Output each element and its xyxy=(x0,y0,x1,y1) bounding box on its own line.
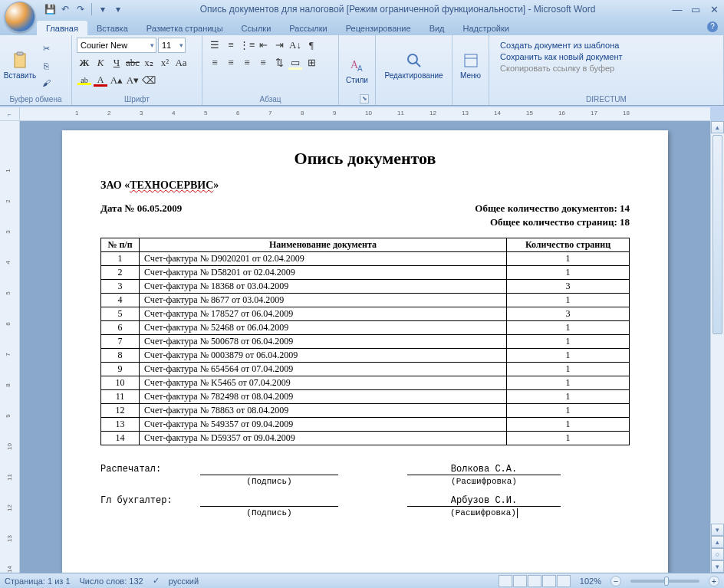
shrink-font-button[interactable]: A▾ xyxy=(125,73,140,88)
horizontal-ruler[interactable]: 123456789101112131415161718 xyxy=(20,107,710,121)
vertical-ruler[interactable]: 1234567891011121314 xyxy=(0,121,20,573)
align-center-button[interactable]: ≡ xyxy=(223,55,239,71)
scroll-down-button[interactable]: ▾ xyxy=(711,524,724,536)
styles-dialog-launcher[interactable]: ⬊ xyxy=(360,94,369,103)
underline-button[interactable]: Ч xyxy=(109,55,124,71)
redo-icon[interactable]: ↷ xyxy=(74,2,87,16)
sort-button[interactable]: A↓ xyxy=(288,38,303,53)
save-icon[interactable]: 💾 xyxy=(43,2,57,16)
table-row: 5Счет-фактура № 178527 от 06.04.20093 xyxy=(101,307,630,321)
superscript-button[interactable]: x² xyxy=(157,55,173,71)
tab-review[interactable]: Рецензирование xyxy=(337,21,420,35)
justify-button[interactable]: ≡ xyxy=(255,55,271,71)
table-row: 10Счет-фактура № K5465 от 07.04.20091 xyxy=(101,376,630,390)
document-page[interactable]: Опись документов ЗАО «ТЕХНОСЕРВИС» Дата … xyxy=(62,130,668,573)
zoom-thumb[interactable] xyxy=(664,577,669,586)
vertical-scrollbar[interactable]: ▴ ▾ ▴ ○ ▾ xyxy=(710,121,724,573)
svg-rect-0 xyxy=(15,54,25,67)
indent-increase-button[interactable]: ⇥ xyxy=(272,38,287,53)
strike-button[interactable]: abc xyxy=(125,55,140,71)
directum-create-from-template[interactable]: Создать документ из шаблона xyxy=(500,41,623,50)
undo-icon[interactable]: ↶ xyxy=(58,2,72,16)
scroll-up-button[interactable]: ▴ xyxy=(711,121,724,133)
tab-home[interactable]: Главная xyxy=(37,21,87,35)
maximize-button[interactable]: ▭ xyxy=(689,2,703,16)
tab-addins[interactable]: Надстройки xyxy=(454,21,518,35)
menu-button[interactable]: Меню xyxy=(457,38,484,94)
styles-button[interactable]: AAСтили xyxy=(344,38,370,102)
table-row: 9Счет-фактура № 654564 от 07.04.20091 xyxy=(101,363,630,376)
status-page[interactable]: Страница: 1 из 1 xyxy=(5,577,71,586)
browse-object-button[interactable]: ○ xyxy=(711,548,724,560)
bold-button[interactable]: Ж xyxy=(77,55,92,71)
multilevel-button[interactable]: ⋮≡ xyxy=(239,38,255,53)
line-spacing-button[interactable]: ⇅ xyxy=(272,55,287,71)
office-button[interactable] xyxy=(5,2,35,32)
tab-view[interactable]: Вид xyxy=(420,21,454,35)
tab-references[interactable]: Ссылки xyxy=(232,21,281,35)
tab-insert[interactable]: Вставка xyxy=(87,21,137,35)
close-button[interactable]: ✕ xyxy=(707,2,721,16)
view-outline[interactable] xyxy=(542,575,556,587)
help-icon[interactable]: ? xyxy=(707,21,718,32)
view-web-layout[interactable] xyxy=(528,575,541,587)
scroll-thumb[interactable] xyxy=(712,135,722,334)
format-painter-icon[interactable]: 🖌 xyxy=(38,75,54,90)
zoom-in-button[interactable]: + xyxy=(709,576,719,586)
tab-page-layout[interactable]: Разметка страницы xyxy=(137,21,232,35)
borders-button[interactable]: ⊞ xyxy=(304,55,319,71)
align-left-button[interactable]: ≡ xyxy=(207,55,222,71)
next-page-button[interactable]: ▾ xyxy=(711,560,724,573)
change-case-button[interactable]: Aa xyxy=(173,55,189,71)
view-print-layout[interactable] xyxy=(499,575,512,587)
cut-icon[interactable]: ✂ xyxy=(38,41,54,57)
font-size-combo[interactable]: 11 xyxy=(158,38,186,53)
highlight-button[interactable]: ab xyxy=(77,73,92,88)
font-color-button[interactable]: A xyxy=(93,73,108,88)
minimize-button[interactable]: — xyxy=(670,2,684,16)
table-row: 2Счет-фактура № D58201 от 02.04.20091 xyxy=(101,266,630,280)
editing-button[interactable]: Редактирование xyxy=(380,38,447,94)
qat-divider xyxy=(91,3,92,15)
person1-name: Волкова С.А. xyxy=(407,464,561,475)
copy-icon[interactable]: ⎘ xyxy=(38,58,54,74)
directum-copy-link[interactable]: Скопировать ссылку в буфер xyxy=(500,64,623,73)
svg-rect-6 xyxy=(465,54,477,67)
prev-page-button[interactable]: ▴ xyxy=(711,536,724,548)
italic-button[interactable]: К xyxy=(93,55,108,71)
svg-rect-1 xyxy=(17,52,23,55)
group-clipboard-label: Буфер обмена xyxy=(5,94,67,103)
ribbon-tabs: Главная Вставка Разметка страницы Ссылки… xyxy=(0,18,724,35)
font-name-combo[interactable]: Courier New xyxy=(77,38,156,53)
numbering-button[interactable]: ≡ xyxy=(223,38,239,53)
document-viewport[interactable]: Опись документов ЗАО «ТЕХНОСЕРВИС» Дата … xyxy=(20,121,710,573)
zoom-level[interactable]: 102% xyxy=(580,577,601,586)
qat-custom-2[interactable]: ▾ xyxy=(111,2,125,16)
clear-format-button[interactable]: ⌫ xyxy=(141,73,156,88)
grow-font-button[interactable]: A▴ xyxy=(109,73,124,88)
tab-mailings[interactable]: Рассылки xyxy=(280,21,336,35)
documents-table: № п/п Наименование документа Количество … xyxy=(100,238,630,445)
status-words[interactable]: Число слов: 132 xyxy=(80,577,143,586)
status-language[interactable]: русский xyxy=(169,577,199,586)
shading-button[interactable]: ▭ xyxy=(288,55,303,71)
view-draft[interactable] xyxy=(557,575,571,587)
show-marks-button[interactable]: ¶ xyxy=(304,38,319,53)
directum-save-as-new[interactable]: Сохранить как новый документ xyxy=(500,52,623,61)
bullets-button[interactable]: ☰ xyxy=(207,38,222,53)
align-right-button[interactable]: ≡ xyxy=(239,55,255,71)
zoom-slider[interactable] xyxy=(630,580,699,583)
group-directum-label: DIRECTUM xyxy=(494,94,719,103)
zoom-out-button[interactable]: − xyxy=(610,576,621,586)
date-label: Дата № 06.05.2009 xyxy=(100,202,182,215)
spellcheck-icon[interactable]: ✓ xyxy=(153,576,160,586)
person2-name: Арбузов С.И. xyxy=(407,495,561,507)
subscript-button[interactable]: x₂ xyxy=(141,55,156,71)
company-line: ЗАО «ТЕХНОСЕРВИС» xyxy=(100,179,630,192)
qat-custom-1[interactable]: ▾ xyxy=(96,2,110,16)
indent-decrease-button[interactable]: ⇤ xyxy=(255,38,271,53)
table-row: 1Счет-фактура № D9020201 от 02.04.20091 xyxy=(101,252,630,266)
view-full-screen[interactable] xyxy=(513,575,527,587)
table-row: 3Счет-фактура № 18368 от 03.04.20093 xyxy=(101,280,630,294)
paste-button[interactable]: Вставить xyxy=(5,38,35,94)
